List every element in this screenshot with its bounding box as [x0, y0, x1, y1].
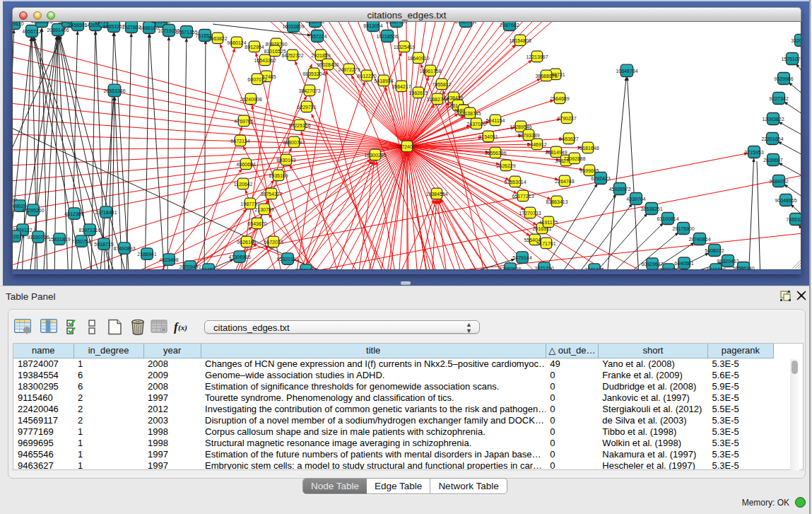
svg-text:9463627: 9463627 — [559, 136, 578, 141]
svg-text:47308985: 47308985 — [228, 255, 250, 259]
svg-text:1987737: 1987737 — [240, 201, 259, 206]
svg-text:7022674: 7022674 — [13, 234, 25, 239]
svg-text:12093822: 12093822 — [762, 117, 784, 122]
svg-text:91030736: 91030736 — [27, 235, 49, 240]
svg-text:2437026: 2437026 — [466, 122, 486, 127]
svg-text:20709497: 20709497 — [179, 264, 201, 269]
svg-text:3215953: 3215953 — [744, 150, 763, 155]
svg-text:18300295: 18300295 — [364, 153, 386, 158]
svg-text:5672073: 5672073 — [264, 240, 283, 245]
svg-text:84252722: 84252722 — [281, 53, 303, 58]
svg-text:16154808: 16154808 — [509, 38, 531, 43]
svg-text:83793389: 83793389 — [517, 133, 539, 138]
svg-text:(x): (x) — [178, 323, 187, 332]
svg-text:6007072: 6007072 — [247, 77, 266, 82]
svg-text:88320463: 88320463 — [717, 259, 739, 264]
svg-text:5418934: 5418934 — [374, 78, 393, 83]
svg-text:3790237: 3790237 — [557, 116, 576, 121]
svg-text:89089901: 89089901 — [454, 22, 476, 24]
svg-text:9626108: 9626108 — [237, 240, 256, 245]
svg-text:1362615: 1362615 — [408, 90, 428, 95]
svg-text:68353204: 68353204 — [302, 71, 324, 76]
svg-text:2626229: 2626229 — [496, 163, 515, 168]
svg-text:83863413: 83863413 — [546, 199, 567, 204]
svg-text:4335942: 4335942 — [305, 22, 324, 24]
svg-text:38754377: 38754377 — [260, 192, 282, 197]
svg-text:2166941: 2166941 — [137, 252, 156, 257]
svg-text:9699695: 9699695 — [579, 168, 599, 173]
svg-text:4823498: 4823498 — [159, 257, 178, 262]
svg-text:19289546: 19289546 — [510, 124, 531, 129]
svg-text:20691406: 20691406 — [47, 28, 69, 33]
svg-text:4539704: 4539704 — [626, 197, 645, 201]
svg-text:9227342: 9227342 — [769, 96, 788, 101]
svg-text:95320121: 95320121 — [276, 257, 298, 262]
svg-text:7663822: 7663822 — [208, 36, 227, 41]
svg-text:7350753: 7350753 — [71, 239, 90, 244]
svg-text:24972279: 24972279 — [338, 67, 360, 72]
svg-text:47295260: 47295260 — [22, 208, 44, 213]
svg-text:7357224: 7357224 — [307, 34, 326, 39]
svg-text:6672134: 6672134 — [230, 139, 249, 144]
svg-text:3320821: 3320821 — [791, 38, 801, 43]
svg-text:3154051: 3154051 — [478, 134, 498, 139]
svg-text:11325419: 11325419 — [394, 45, 416, 49]
svg-text:97225156: 97225156 — [288, 123, 310, 128]
svg-text:3564217: 3564217 — [392, 84, 411, 89]
svg-text:5171761: 5171761 — [536, 241, 555, 246]
svg-text:31831063: 31831063 — [295, 268, 317, 271]
svg-text:38688676: 38688676 — [535, 74, 557, 78]
svg-text:8813054: 8813054 — [363, 23, 382, 28]
svg-text:2087682: 2087682 — [500, 23, 519, 28]
svg-text:45935572: 45935572 — [608, 187, 630, 192]
svg-text:2130789: 2130789 — [254, 207, 273, 212]
svg-text:6229731: 6229731 — [297, 105, 316, 110]
svg-text:18640910: 18640910 — [407, 56, 429, 61]
svg-text:38427073: 38427073 — [298, 88, 320, 93]
svg-text:72092888: 72092888 — [563, 156, 585, 161]
svg-text:8612220: 8612220 — [357, 74, 376, 78]
svg-text:8935169: 8935169 — [269, 173, 288, 178]
svg-text:38538251: 38538251 — [640, 206, 662, 211]
svg-text:17270733: 17270733 — [519, 211, 541, 216]
svg-text:28740864: 28740864 — [688, 237, 710, 242]
svg-text:22201654: 22201654 — [761, 136, 783, 141]
svg-text:19384554: 19384554 — [425, 192, 447, 197]
svg-text:57553014: 57553014 — [504, 180, 526, 185]
svg-text:28814949: 28814949 — [545, 150, 567, 155]
svg-text:16543362: 16543362 — [254, 58, 276, 63]
svg-text:75181648: 75181648 — [577, 146, 599, 151]
svg-text:5446912: 5446912 — [527, 142, 546, 147]
svg-text:4860684: 4860684 — [236, 162, 255, 167]
svg-text:16033809: 16033809 — [282, 24, 304, 29]
svg-text:19218506: 19218506 — [376, 34, 398, 39]
svg-text:15751074: 15751074 — [781, 57, 801, 62]
svg-text:29175900: 29175900 — [672, 226, 694, 231]
svg-text:6543670: 6543670 — [247, 221, 266, 226]
svg-text:7455324: 7455324 — [786, 217, 801, 222]
svg-text:8912954: 8912954 — [245, 45, 264, 49]
svg-text:2921859: 2921859 — [311, 53, 330, 58]
svg-text:6438436: 6438436 — [444, 95, 463, 100]
svg-text:68800797: 68800797 — [283, 140, 305, 145]
svg-text:4903402: 4903402 — [151, 22, 170, 24]
svg-text:4191175: 4191175 — [539, 220, 558, 225]
svg-text:9329966: 9329966 — [774, 76, 793, 81]
svg-text:1527602: 1527602 — [122, 25, 141, 30]
svg-text:2694522: 2694522 — [199, 267, 218, 271]
svg-text:4055712: 4055712 — [22, 29, 41, 34]
svg-text:10648784: 10648784 — [616, 69, 637, 74]
svg-text:2264748: 2264748 — [555, 179, 574, 184]
svg-text:7955812: 7955812 — [432, 82, 451, 87]
svg-text:4769795: 4769795 — [234, 119, 253, 124]
svg-text:3741438: 3741438 — [584, 267, 604, 271]
svg-text:87490893: 87490893 — [113, 246, 135, 251]
svg-text:4612365: 4612365 — [64, 211, 83, 216]
svg-text:3684052: 3684052 — [769, 179, 788, 184]
svg-text:8930103: 8930103 — [276, 158, 295, 163]
svg-text:5918715: 5918715 — [94, 242, 113, 247]
svg-text:42138745: 42138745 — [459, 111, 481, 116]
svg-text:6292423: 6292423 — [591, 176, 610, 181]
svg-text:96028436: 96028436 — [317, 62, 339, 67]
svg-text:81971316: 81971316 — [78, 228, 100, 233]
